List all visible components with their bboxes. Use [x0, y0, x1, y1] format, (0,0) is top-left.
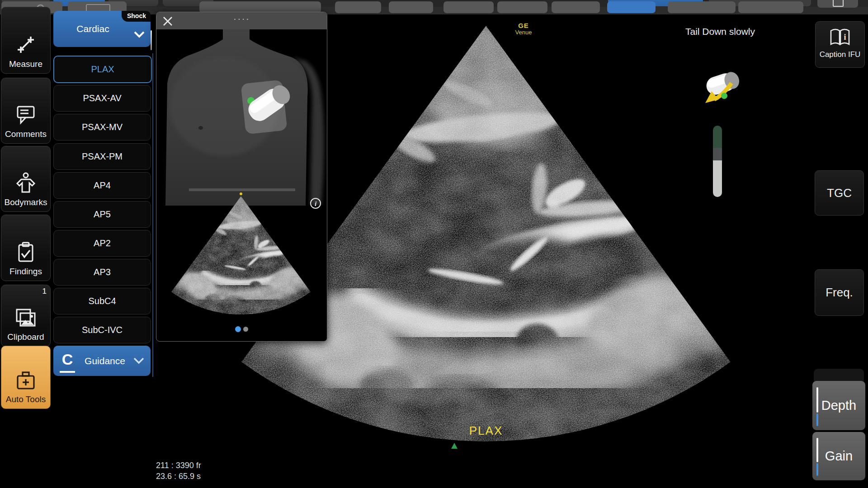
page-dot-active[interactable] [235, 326, 241, 332]
bodymarks-icon [14, 171, 38, 195]
chevron-down-icon [133, 357, 144, 364]
tgc-button[interactable]: TGC [815, 170, 864, 216]
orientation-marker [451, 443, 458, 449]
chevron-down-icon [133, 31, 145, 38]
view-button-subc-ivc[interactable]: SubC-IVC [53, 317, 151, 343]
gain-slider-value [816, 463, 818, 476]
view-button-psax-av[interactable]: PSAX-AV [53, 85, 151, 112]
depth-slider-value [816, 413, 818, 426]
sidebar-item-measure[interactable]: Measure [1, 7, 51, 74]
sidebar-item-clipboard[interactable]: 1 Clipboard [1, 285, 51, 347]
view-button-ap3[interactable]: AP3 [53, 259, 151, 286]
auto-tools-icon [14, 368, 38, 392]
sidebar-item-bodymarks[interactable]: Bodymarks [1, 146, 51, 212]
view-button-plax[interactable]: PLAX [53, 56, 152, 83]
drag-handle-dots: ···· [156, 13, 327, 25]
quality-meter-good-segment [713, 126, 722, 148]
view-button-ap5[interactable]: AP5 [53, 201, 151, 228]
view-button-ap2[interactable]: AP2 [53, 230, 151, 257]
logo-line1: GE [510, 22, 537, 29]
reference-view-thumbnail [156, 12, 327, 341]
guidance-instruction: Tail Down slowly [646, 26, 755, 37]
manual-book-icon: i [828, 27, 852, 48]
quality-meter-track [713, 160, 722, 197]
view-button-subc4[interactable]: SubC4 [53, 288, 151, 314]
view-button-ap4[interactable]: AP4 [53, 172, 151, 199]
depth-slider-track [816, 387, 818, 413]
quality-meter [713, 126, 722, 197]
clipboard-count-badge: 1 [42, 287, 47, 296]
gain-slider-track [816, 438, 818, 462]
view-button-psax-mv[interactable]: PSAX-MV [53, 114, 151, 141]
frame-counter-line2: 23.6 : 65.9 s [156, 471, 201, 482]
ge-venue-logo: GE Venue [510, 22, 537, 36]
svg-text:i: i [315, 200, 317, 207]
probe-motion-hint-icon [698, 66, 743, 111]
caption-ifu-button[interactable]: i Caption IFU [815, 21, 865, 68]
guidance-toggle-button[interactable]: C Guidance [53, 346, 151, 376]
logo-line2: Venue [510, 29, 537, 36]
guidance-popup: ···· i [156, 12, 327, 342]
venue-ultrasound-app: GE Venue Tail Down slowly PLAX 211 : 339… [0, 0, 868, 488]
frame-counter: 211 : 3390 fr 23.6 : 65.9 s [156, 460, 201, 482]
popup-header-drag-bar[interactable]: ···· [156, 12, 327, 29]
svg-text:i: i [844, 33, 846, 42]
info-icon[interactable]: i [309, 197, 322, 210]
view-list-scrollbar[interactable] [151, 30, 152, 50]
depth-control[interactable]: Depth [812, 381, 865, 430]
view-annotation: PLAX [454, 424, 518, 438]
gain-control[interactable]: Gain [812, 432, 865, 480]
caption-guidance-icon: C [60, 351, 75, 373]
view-button-psax-pm[interactable]: PSAX-PM [53, 143, 151, 170]
freq-button[interactable]: Freq. [815, 269, 864, 316]
sidebar-item-findings[interactable]: Findings [1, 215, 51, 281]
measure-icon [14, 33, 38, 56]
preset-dropdown-cardiac[interactable]: Cardiac Shock [53, 11, 151, 47]
comments-icon [14, 103, 38, 127]
clipboard-icon [14, 307, 38, 329]
page-dot-inactive[interactable] [243, 327, 248, 332]
sidebar-item-auto-tools[interactable]: Auto Tools [1, 346, 51, 409]
shock-mode-badge: Shock [122, 11, 151, 22]
findings-icon [14, 240, 38, 264]
sidebar-item-comments[interactable]: Comments [1, 78, 51, 144]
frame-counter-line1: 211 : 3390 fr [156, 460, 201, 471]
quality-meter-mid-segment [713, 148, 722, 160]
